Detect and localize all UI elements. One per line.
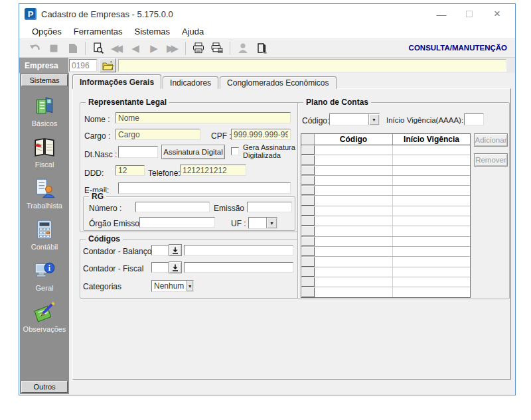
- contador-balanco-code-field[interactable]: [151, 245, 169, 255]
- table-row[interactable]: [301, 237, 470, 247]
- dropdown-button[interactable]: ▼: [186, 281, 193, 291]
- row-selector-cell[interactable]: [301, 186, 315, 195]
- user-button[interactable]: [234, 40, 252, 56]
- contador-balanco-name-field[interactable]: [184, 245, 293, 255]
- row-selector-cell[interactable]: [301, 166, 315, 175]
- table-row[interactable]: [301, 247, 470, 257]
- telefone-field[interactable]: [180, 165, 246, 176]
- calculator-icon: [33, 218, 56, 241]
- toolbar-separator: [85, 42, 86, 55]
- tab-informacoes-gerais[interactable]: Informações Gerais: [72, 74, 161, 89]
- table-row[interactable]: [301, 226, 470, 236]
- sidebar-item-geral[interactable]: i Geral: [20, 259, 69, 292]
- menu-sistemas[interactable]: Sistemas: [129, 25, 176, 38]
- contador-balanco-lookup-button[interactable]: [169, 244, 182, 256]
- menu-bar: Opções Ferramentas Sistemas Ajuda: [19, 24, 515, 39]
- menu-ferramentas[interactable]: Ferramentas: [68, 25, 129, 38]
- sidebar-item-fiscal[interactable]: Fiscal: [20, 136, 69, 169]
- assinatura-digital-button[interactable]: Assinatura Digital: [161, 145, 225, 159]
- contador-fiscal-name-field[interactable]: [184, 262, 293, 273]
- column-header-inicio-vigencia: Início Vigência: [393, 134, 470, 145]
- row-selector-cell[interactable]: [301, 267, 315, 277]
- table-row[interactable]: [301, 155, 470, 165]
- minimize-button[interactable]: —: [427, 5, 455, 23]
- previous-record-button[interactable]: ◀: [126, 40, 145, 56]
- row-selector-cell[interactable]: [301, 237, 315, 246]
- row-selector-cell[interactable]: [301, 287, 315, 297]
- table-row[interactable]: [301, 196, 470, 206]
- sidebar-item-trabalhista[interactable]: Trabalhista: [20, 177, 69, 210]
- exit-button[interactable]: [252, 40, 271, 56]
- nome-label: Nome :: [84, 115, 110, 124]
- rg-emissao-field[interactable]: [247, 202, 292, 212]
- cargo-field[interactable]: [115, 129, 200, 140]
- sidebar-item-basicos[interactable]: Básicos: [20, 95, 69, 127]
- plano-codigo-combobox[interactable]: ▼: [329, 113, 380, 125]
- menu-opcoes[interactable]: Opções: [26, 25, 68, 38]
- gera-assinatura-checkbox[interactable]: [231, 147, 239, 155]
- row-selector-cell[interactable]: [301, 247, 315, 256]
- row-selector-cell[interactable]: [301, 196, 315, 205]
- empresa-code-field[interactable]: [69, 59, 97, 72]
- adicionar-button[interactable]: Adicionar: [474, 133, 508, 147]
- row-selector-cell[interactable]: [301, 176, 315, 185]
- print-button[interactable]: [189, 40, 208, 56]
- dropdown-button[interactable]: ▼: [266, 218, 277, 228]
- uf-combobox[interactable]: ▼: [248, 217, 277, 229]
- sidebar-group-sistemas[interactable]: Sistemas: [21, 74, 68, 86]
- cpf-field[interactable]: [231, 129, 291, 140]
- nome-field[interactable]: [115, 112, 291, 123]
- row-selector-cell[interactable]: [301, 277, 315, 287]
- dtnasc-field[interactable]: [118, 146, 158, 158]
- table-row[interactable]: [301, 206, 470, 216]
- stop-button[interactable]: [44, 40, 63, 56]
- row-selector-cell[interactable]: [301, 206, 315, 216]
- print-preview-icon: [92, 42, 104, 54]
- undo-button[interactable]: [26, 40, 44, 56]
- open-empresa-button[interactable]: [100, 58, 116, 72]
- ddd-field[interactable]: [115, 165, 145, 176]
- stop-icon: [48, 43, 59, 54]
- row-selector-cell[interactable]: [301, 226, 315, 236]
- dropdown-button[interactable]: ▼: [368, 114, 379, 125]
- remover-button[interactable]: Remover: [474, 153, 508, 167]
- row-selector-cell[interactable]: [301, 216, 315, 226]
- rg-orgao-field[interactable]: [139, 217, 215, 228]
- email-field[interactable]: [118, 182, 291, 194]
- sidebar-item-observacoes[interactable]: Observações: [20, 301, 69, 333]
- table-row[interactable]: [301, 166, 470, 176]
- categorias-combobox[interactable]: Nenhum ▼: [151, 280, 194, 292]
- contador-fiscal-lookup-button[interactable]: [169, 261, 182, 273]
- menu-ajuda[interactable]: Ajuda: [176, 25, 210, 38]
- print-setup-button[interactable]: [208, 40, 226, 56]
- inicio-vigencia-field[interactable]: [464, 113, 484, 125]
- row-selector-cell[interactable]: [301, 145, 315, 155]
- row-selector-cell[interactable]: [301, 257, 315, 266]
- table-row[interactable]: [301, 267, 470, 277]
- rg-uf-label: UF :: [231, 219, 246, 228]
- table-row[interactable]: [301, 216, 470, 226]
- maximize-button[interactable]: [455, 5, 483, 23]
- toolbar-separator: [230, 42, 230, 55]
- sidebar-group-outros[interactable]: Outros: [21, 381, 68, 393]
- tab-indicadores[interactable]: Indicadores: [163, 76, 218, 89]
- contador-fiscal-code-field[interactable]: [151, 262, 169, 273]
- preview-button[interactable]: [89, 40, 108, 56]
- row-selector-cell[interactable]: [301, 155, 315, 165]
- table-row[interactable]: [301, 145, 470, 155]
- table-row[interactable]: [301, 287, 470, 297]
- row-selector-header: [301, 134, 315, 145]
- next-record-button[interactable]: ▶: [145, 40, 163, 56]
- tab-conglomerados[interactable]: Conglomerados Econômicos: [220, 76, 336, 89]
- sidebar-item-contabil[interactable]: Contábil: [20, 218, 69, 251]
- table-row[interactable]: [301, 257, 470, 267]
- close-button[interactable]: ×: [483, 5, 511, 23]
- rg-numero-field[interactable]: [135, 202, 210, 212]
- table-row[interactable]: [301, 277, 470, 287]
- table-row[interactable]: [301, 186, 470, 196]
- mode-status-label: CONSULTA/MANUTENÇÃO: [409, 44, 507, 52]
- first-record-button[interactable]: ◀◀: [108, 40, 126, 56]
- save-button[interactable]: [63, 40, 82, 56]
- table-row[interactable]: [301, 176, 470, 186]
- last-record-button[interactable]: ▶▶: [163, 40, 182, 56]
